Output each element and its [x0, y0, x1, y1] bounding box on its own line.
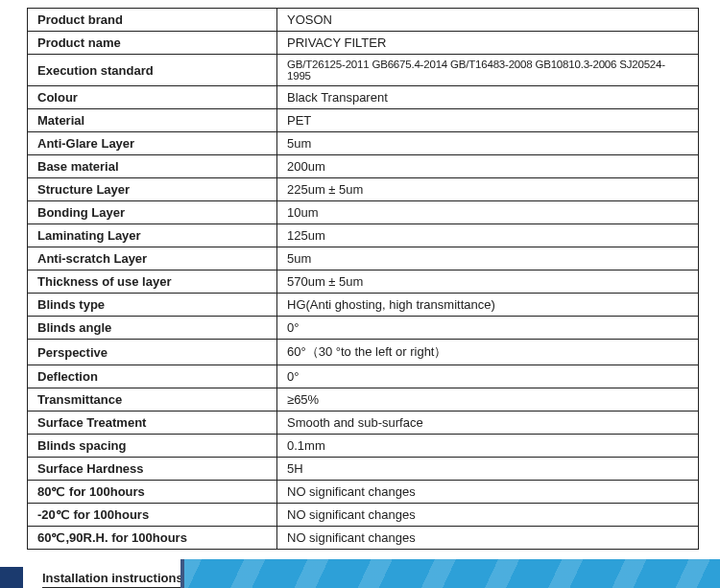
spec-label: Blinds type — [28, 294, 277, 317]
footer-bar: Installation instructions — [0, 559, 720, 588]
table-row: Base material200um — [28, 155, 699, 178]
spec-label: Anti-Glare Layer — [28, 132, 277, 155]
table-row: Perspective60°（30 °to the left or right） — [28, 340, 699, 365]
spec-value: 200um — [277, 155, 699, 178]
spec-label: Bonding Layer — [28, 201, 277, 224]
table-row: Blinds angle0° — [28, 317, 699, 340]
table-row: Deflection0° — [28, 365, 699, 388]
installation-instructions-text: Installation instructions — [42, 571, 183, 585]
table-row: Blinds spacing0.1mm — [28, 435, 699, 458]
spec-label: Transmittance — [28, 388, 277, 412]
table-row: Execution standardGB/T26125-2011 GB6675.… — [28, 55, 699, 86]
spec-value: PRIVACY FILTER — [277, 32, 699, 55]
table-row: Thickness of use layer570um ± 5um — [28, 270, 699, 294]
table-row: Blinds typeHG(Anti ghosting, high transm… — [28, 294, 699, 317]
table-row: Anti-scratch Layer5um — [28, 247, 699, 270]
spec-value: 570um ± 5um — [277, 270, 699, 294]
spec-label: -20℃ for 100hours — [28, 504, 277, 527]
spec-value: 0.1mm — [277, 435, 699, 458]
table-row: Laminating Layer125um — [28, 224, 699, 247]
spec-label: Perspective — [28, 340, 277, 365]
spec-value: 5um — [277, 247, 699, 270]
table-row: Surface Hardness5H — [28, 458, 699, 481]
spec-value: NO significant changes — [277, 481, 699, 504]
spec-value: Black Transparent — [277, 86, 699, 109]
table-row: Surface TreatmentSmooth and sub-surface — [28, 412, 699, 435]
spec-label: Surface Treatment — [28, 412, 277, 435]
footer-accent-block — [0, 567, 23, 588]
spec-value: PET — [277, 109, 699, 132]
spec-value: YOSON — [277, 9, 699, 32]
table-row: Product brandYOSON — [28, 9, 699, 32]
spec-value: 225um ± 5um — [277, 178, 699, 201]
spec-value: 60°（30 °to the left or right） — [277, 340, 699, 365]
spec-label: Colour — [28, 86, 277, 109]
footer-blue-banner — [180, 559, 720, 588]
spec-value: 0° — [277, 365, 699, 388]
spec-label: Anti-scratch Layer — [28, 247, 277, 270]
spec-value: 10um — [277, 201, 699, 224]
table-row: Bonding Layer10um — [28, 201, 699, 224]
spec-value: 0° — [277, 317, 699, 340]
specification-table: Product brandYOSONProduct namePRIVACY FI… — [27, 8, 699, 550]
spec-label: Thickness of use layer — [28, 270, 277, 294]
spec-label: Laminating Layer — [28, 224, 277, 247]
table-row: -20℃ for 100hoursNO significant changes — [28, 504, 699, 527]
table-row: 80℃ for 100hoursNO significant changes — [28, 481, 699, 504]
spec-label: Product name — [28, 32, 277, 55]
table-row: Structure Layer225um ± 5um — [28, 178, 699, 201]
spec-value: ≥65% — [277, 388, 699, 412]
spec-label: Material — [28, 109, 277, 132]
spec-label: Product brand — [28, 9, 277, 32]
spec-label: Blinds spacing — [28, 435, 277, 458]
spec-value: NO significant changes — [277, 527, 699, 550]
spec-label: 80℃ for 100hours — [28, 481, 277, 504]
table-row: ColourBlack Transparent — [28, 86, 699, 109]
spec-label: Structure Layer — [28, 178, 277, 201]
spec-value: HG(Anti ghosting, high transmittance) — [277, 294, 699, 317]
table-row: MaterialPET — [28, 109, 699, 132]
spec-value: 5H — [277, 458, 699, 481]
table-row: Product namePRIVACY FILTER — [28, 32, 699, 55]
spec-value: Smooth and sub-surface — [277, 412, 699, 435]
spec-label: Base material — [28, 155, 277, 178]
spec-value: 5um — [277, 132, 699, 155]
spec-label: Deflection — [28, 365, 277, 388]
table-row: Transmittance≥65% — [28, 388, 699, 412]
spec-label: Execution standard — [28, 55, 277, 86]
table-row: Anti-Glare Layer5um — [28, 132, 699, 155]
spec-label: Surface Hardness — [28, 458, 277, 481]
specification-tbody: Product brandYOSONProduct namePRIVACY FI… — [28, 9, 699, 550]
spec-value: 125um — [277, 224, 699, 247]
spec-value: GB/T26125-2011 GB6675.4-2014 GB/T16483-2… — [277, 55, 699, 86]
spec-value: NO significant changes — [277, 504, 699, 527]
spec-label: Blinds angle — [28, 317, 277, 340]
spec-label: 60℃,90R.H. for 100hours — [28, 527, 277, 550]
installation-instructions-heading: Installation instructions — [42, 571, 199, 588]
table-row: 60℃,90R.H. for 100hoursNO significant ch… — [28, 527, 699, 550]
